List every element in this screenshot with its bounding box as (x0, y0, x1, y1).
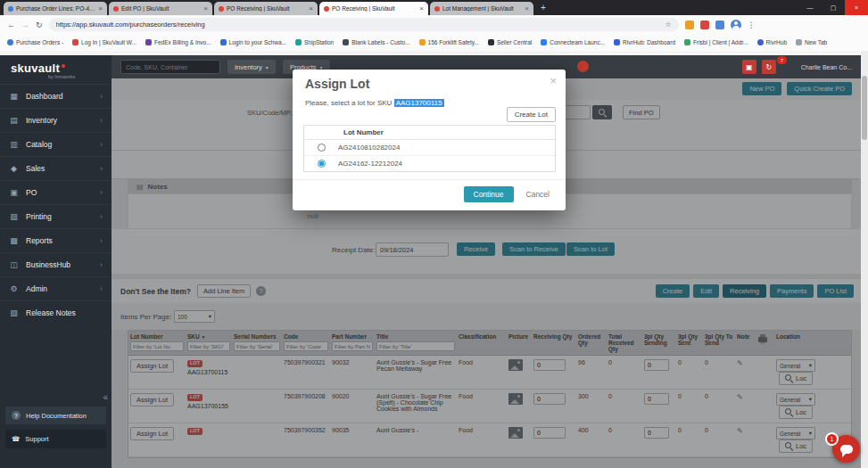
modal-footer: Continue Cancel (293, 179, 566, 210)
extension-icon[interactable] (700, 21, 709, 29)
user-name[interactable]: Charlie Bean Co... (801, 64, 852, 70)
bookmark[interactable]: RivrHub (757, 39, 787, 45)
maximize-button[interactable]: ▢ (822, 0, 845, 15)
inventory-icon: ▤ (9, 116, 19, 125)
tab-close-icon[interactable]: × (309, 4, 313, 12)
sidebar-item-po[interactable]: ▣PO› (0, 180, 112, 204)
tab-close-icon[interactable]: × (525, 4, 529, 12)
chevron-right-icon: › (100, 188, 103, 197)
sidebar-item-dashboard[interactable]: ▦Dashboard› (0, 84, 112, 108)
lot-option-row[interactable]: AG2410810282024 (304, 140, 555, 156)
sidebar-item-sales[interactable]: ◆Sales› (0, 156, 112, 180)
bookmark-label: ShipStation (304, 39, 334, 45)
minimize-button[interactable]: — (798, 0, 822, 15)
screen: Purchase Order Lines: PO-40... × Edit PO… (0, 0, 868, 468)
browser-menu-icon[interactable]: ⋮ (748, 21, 756, 29)
continue-button[interactable]: Continue (464, 186, 514, 202)
cancel-button[interactable]: Cancel (523, 186, 553, 202)
browser-tab[interactable]: PO Receiving | SkuVault × (214, 2, 318, 15)
bookmark[interactable]: ShipStation (295, 39, 334, 45)
help-icon: ? (12, 411, 21, 420)
bookmark[interactable]: RivrHub: Dashboard (614, 39, 675, 45)
profile-avatar[interactable] (731, 20, 741, 30)
chat-bubble-icon (840, 445, 853, 454)
bookmark[interactable]: FedEx Billing & Invo... (145, 39, 211, 45)
bookmark[interactable]: 156 Forklift Safety... (419, 39, 479, 45)
bookmark[interactable]: Connecteam Launc... (541, 39, 605, 45)
scrollbar-thumb[interactable] (862, 76, 867, 140)
tab-close-icon[interactable]: × (98, 4, 103, 12)
lot-table-header: Lot Number (304, 126, 555, 140)
sidebar-collapse-icon[interactable]: « (103, 392, 108, 402)
bookmark[interactable]: Purchase Orders - (7, 39, 63, 45)
bookmark[interactable]: New Tab (796, 39, 827, 45)
sales-icon: ◆ (9, 164, 19, 173)
sidebar-item-admin[interactable]: ⚙Admin› (0, 276, 112, 300)
modal-close-icon[interactable]: × (550, 74, 557, 87)
help-documentation-link[interactable]: ?Help Documentation (5, 406, 106, 424)
back-icon[interactable]: ← (7, 21, 15, 29)
bookmark-favicon (488, 39, 494, 45)
status-indicator-icon[interactable] (577, 61, 589, 72)
sidebar-item-label: Inventory (26, 116, 57, 125)
app-sidebar: skuvault by linnworks ▦Dashboard› ▤Inven… (0, 55, 112, 468)
url-field[interactable]: https://app.skuvault.com/purchaseorders/… (49, 18, 679, 31)
bookmark-label: New Tab (805, 39, 827, 45)
tab-close-icon[interactable]: × (203, 4, 208, 12)
bookmark[interactable]: Login to your Schwa... (220, 39, 286, 45)
close-window-button[interactable]: × (845, 0, 868, 15)
inventory-menu-button[interactable]: Inventory▾ (227, 60, 276, 74)
extension-icon[interactable] (685, 21, 694, 29)
support-link[interactable]: ☎Support (5, 430, 106, 448)
browser-tab[interactable]: Edit PO | SkuVault × (109, 2, 212, 15)
bookmark-label: Log In | SkuVault W... (81, 39, 136, 45)
sidebar-item-catalog[interactable]: ▥Catalog› (0, 132, 112, 156)
bookmark-label: RivrHub: Dashboard (623, 39, 675, 45)
tab-close-icon[interactable]: × (419, 4, 424, 12)
bookmark-label: Connecteam Launc... (550, 39, 605, 45)
forward-icon[interactable]: → (21, 21, 29, 29)
bookmark-favicon (7, 39, 13, 45)
notification-badge: 7 (777, 56, 787, 64)
lot-option-row[interactable]: AG24162-12212024 (304, 156, 555, 171)
browser-tab[interactable]: Purchase Order Lines: PO-40... × (4, 2, 107, 15)
bookmark[interactable]: Blank Labels - Custo... (343, 39, 409, 45)
browser-tab-active[interactable]: PO Receiving | SkuVault × (319, 2, 428, 15)
browser-address-bar: ← → ↻ https://app.skuvault.com/purchaseo… (0, 15, 868, 35)
bookmark-favicon (220, 39, 227, 45)
bookmark-favicon (684, 39, 690, 45)
user-avatar-wrap[interactable]: 7 (781, 60, 796, 74)
bookmark-label: 156 Forklift Safety... (428, 39, 479, 45)
bookmark[interactable]: Seller Central (488, 39, 532, 45)
refresh-icon[interactable]: ↻ (36, 21, 43, 29)
browser-tab[interactable]: Lot Management | SkuVault × (430, 2, 533, 15)
sidebar-item-label: Release Notes (26, 308, 76, 317)
refresh-red-icon[interactable]: ↻ (762, 60, 776, 74)
logo-text: skuvault (11, 62, 60, 75)
sidebar-item-reports[interactable]: ▩Reports› (0, 228, 112, 252)
sidebar-item-printing[interactable]: ▧Printing› (0, 204, 112, 228)
bookmark-star-icon[interactable]: ☆ (665, 21, 671, 29)
bookmark[interactable]: Log In | SkuVault W... (72, 39, 136, 45)
sidebar-item-inventory[interactable]: ▤Inventory› (0, 108, 112, 132)
new-tab-button[interactable]: + (541, 3, 546, 12)
tab-favicon (219, 6, 224, 12)
printing-icon: ▧ (9, 212, 19, 221)
create-lot-button[interactable]: Create Lot (507, 107, 556, 122)
lot-radio-selected[interactable] (318, 160, 326, 168)
extension-icon[interactable] (715, 21, 724, 29)
sidebar-item-release-notes[interactable]: ▨Release Notes (0, 300, 112, 324)
global-search-input[interactable] (120, 60, 220, 74)
qr-scan-icon[interactable]: ▣ (742, 60, 756, 74)
support-icon: ☎ (12, 435, 20, 443)
window-controls: — ▢ × (798, 0, 868, 15)
chevron-right-icon: › (100, 140, 103, 149)
bookmark[interactable]: Frisbi | Client | Addr... (684, 39, 748, 45)
lot-radio[interactable] (318, 144, 326, 152)
po-icon: ▣ (9, 188, 19, 197)
sidebar-item-businesshub[interactable]: ◫BusinessHub› (0, 252, 112, 276)
page-scrollbar[interactable] (861, 51, 868, 468)
release-notes-icon: ▨ (9, 308, 19, 317)
tab-favicon (434, 6, 440, 12)
chevron-right-icon: › (100, 92, 103, 101)
